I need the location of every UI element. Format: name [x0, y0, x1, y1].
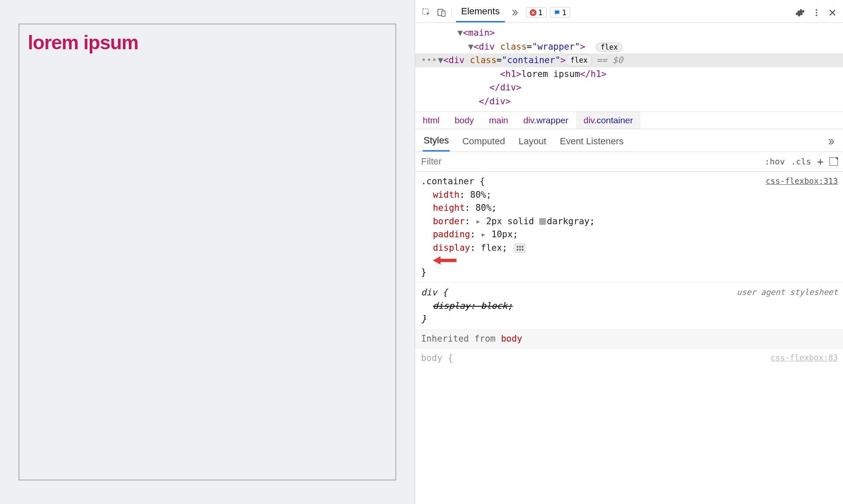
crumb-container[interactable]: div.container	[576, 112, 641, 129]
crumb-main[interactable]: main	[481, 112, 516, 129]
annotation-arrow-icon	[433, 255, 837, 266]
crumb-wrapper[interactable]: div.wrapper	[516, 112, 576, 129]
decl-display-block[interactable]: display: block;	[421, 300, 837, 313]
more-tabs-icon[interactable]	[509, 7, 520, 18]
svg-point-5	[816, 14, 817, 16]
rule-close-brace: }	[421, 266, 837, 279]
rule-div-ua[interactable]: user agent stylesheet div { display: blo…	[415, 283, 843, 330]
color-swatch-icon[interactable]	[539, 218, 546, 225]
svg-point-3	[816, 9, 817, 11]
devtools-toolbar: Elements 1 1	[415, 0, 843, 23]
preview-heading: lorem ipsum	[28, 31, 139, 54]
crumb-html[interactable]: html	[415, 112, 447, 129]
styles-filter-row: :hov .cls +	[415, 152, 843, 172]
dom-node-main[interactable]: ▼<main>	[415, 26, 843, 40]
more-subtabs-icon[interactable]	[826, 137, 835, 146]
rule-source-link[interactable]: css-flexbox:313	[766, 175, 838, 187]
subtab-styles[interactable]: Styles	[423, 132, 450, 151]
devtools-panel: Elements 1 1	[415, 0, 843, 504]
cls-toggle[interactable]: .cls	[791, 157, 811, 167]
decl-width[interactable]: width: 80%;	[421, 188, 837, 202]
svg-rect-2	[442, 11, 445, 16]
dom-node-container-selected[interactable]: ••• ▼<div class="container"> flex== $0	[415, 53, 843, 67]
message-icon	[554, 9, 560, 16]
svg-rect-9	[517, 249, 518, 251]
inherited-from-row: Inherited from body	[415, 330, 843, 349]
error-count: 1	[538, 8, 543, 17]
selected-node-marker: == $0	[596, 53, 623, 67]
rule-container[interactable]: css-flexbox:313 .container { width: 80%;…	[415, 172, 843, 283]
svg-point-4	[816, 12, 817, 13]
computed-sidebar-toggle-icon[interactable]	[830, 157, 838, 166]
subtab-computed[interactable]: Computed	[462, 133, 506, 151]
device-toolbar-icon[interactable]	[436, 7, 447, 18]
styles-filter-input[interactable]	[415, 152, 760, 171]
new-style-rule-button[interactable]: +	[817, 155, 824, 168]
subtab-layout[interactable]: Layout	[518, 133, 547, 151]
rule-source-ua: user agent stylesheet	[737, 286, 838, 298]
decl-padding[interactable]: padding: ▸ 10px;	[421, 228, 837, 241]
flex-badge[interactable]: flex	[596, 42, 622, 52]
flexbox-editor-icon[interactable]	[515, 244, 526, 253]
styles-pane: css-flexbox:313 .container { width: 80%;…	[415, 172, 843, 504]
svg-rect-10	[519, 249, 521, 251]
svg-rect-7	[519, 246, 521, 248]
dom-node-h1[interactable]: <h1>lorem ipsum</h1>	[415, 67, 843, 81]
kebab-menu-icon[interactable]	[812, 8, 821, 17]
dom-breadcrumbs: html body main div.wrapper div.container	[415, 111, 843, 129]
dom-node-div-close2[interactable]: </div>	[415, 95, 843, 109]
flex-badge[interactable]: flex	[566, 54, 592, 66]
decl-border[interactable]: border: ▸ 2px solid darkgray;	[421, 215, 837, 228]
svg-rect-6	[517, 246, 518, 248]
subtab-event-listeners[interactable]: Event Listeners	[559, 133, 624, 151]
inspect-element-icon[interactable]	[421, 7, 432, 18]
preview-container: lorem ipsum	[19, 24, 396, 480]
message-count-pill[interactable]: 1	[550, 7, 571, 18]
error-icon	[530, 9, 536, 16]
dom-tree[interactable]: ▼<main> ▼<div class="wrapper"> flex ••• …	[415, 23, 843, 111]
svg-rect-11	[522, 249, 523, 251]
svg-rect-8	[522, 246, 523, 248]
rule-close-brace: }	[421, 313, 837, 326]
tab-elements[interactable]: Elements	[456, 3, 505, 22]
rule-selector[interactable]: body {	[421, 352, 837, 365]
settings-icon[interactable]	[795, 8, 805, 18]
rule-body[interactable]: css-flexbox:83 body {	[415, 348, 843, 369]
dom-node-div-close[interactable]: </div>	[415, 81, 843, 95]
dom-gutter-icon[interactable]: •••	[420, 53, 438, 67]
styles-subtabs: Styles Computed Layout Event Listeners	[415, 129, 843, 152]
hov-toggle[interactable]: :hov	[765, 157, 785, 167]
close-devtools-icon[interactable]	[828, 8, 837, 17]
message-count: 1	[562, 8, 567, 17]
decl-height[interactable]: height: 80%;	[421, 202, 837, 215]
page-preview: lorem ipsum	[0, 0, 415, 504]
error-count-pill[interactable]: 1	[526, 7, 547, 18]
crumb-body[interactable]: body	[447, 112, 482, 129]
inherited-from-selector[interactable]: body	[501, 334, 523, 344]
dom-node-wrapper[interactable]: ▼<div class="wrapper"> flex	[415, 40, 843, 54]
decl-display[interactable]: display: flex;	[421, 241, 837, 266]
